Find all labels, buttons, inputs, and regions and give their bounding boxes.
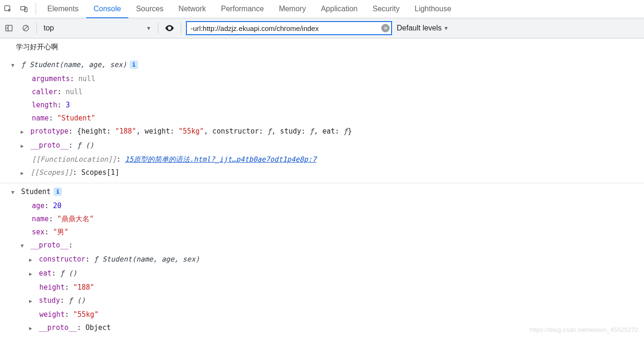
tab-console[interactable]: Console	[86, 0, 129, 18]
expand-arrow-icon[interactable]	[11, 186, 17, 199]
function-signature: Student(name, age, sex)	[30, 60, 127, 69]
prop-value: "男"	[53, 228, 68, 236]
console-toolbar: top ▼ ✕ Default levels ▼	[0, 18, 644, 38]
object-property[interactable]: age: 20	[0, 199, 644, 212]
object-property[interactable]: [[FunctionLocation]]: 15原型的简单的语法.html?_i…	[0, 153, 644, 166]
object-property[interactable]: constructor: ƒ Student(name, age, sex)	[0, 253, 644, 267]
svg-point-5	[169, 27, 170, 29]
object-header[interactable]: ƒ Student(name, age, sex)i	[0, 58, 644, 72]
prop-key: constructor	[39, 255, 85, 263]
object-property[interactable]: sex: "男"	[0, 225, 644, 239]
tab-security[interactable]: Security	[365, 0, 407, 18]
separator	[37, 22, 37, 34]
function-signature: ()	[85, 141, 94, 150]
device-toolbar-icon[interactable]	[16, 0, 32, 18]
object-property[interactable]: [[Scopes]]: Scopes[1]	[0, 166, 644, 180]
live-expression-icon[interactable]	[163, 22, 176, 35]
prop-key: name	[32, 215, 49, 223]
object-header[interactable]: Studenti	[0, 185, 644, 199]
prop-key: __proto__	[39, 323, 77, 332]
prop-key: prototype	[30, 127, 68, 135]
prop-value: 3	[66, 101, 70, 109]
object-property[interactable]: weight: "55kg"	[0, 308, 644, 321]
console-message: ƒ Student(name, age, sex)i arguments: nu…	[0, 56, 644, 183]
prop-key: arguments	[32, 75, 70, 83]
prop-key: eat	[39, 269, 52, 277]
devtools-tabstrip: Elements Console Sources Network Perform…	[0, 0, 644, 18]
divider	[36, 3, 36, 15]
console-message: 学习好开心啊	[0, 38, 644, 56]
prop-value: null	[66, 88, 82, 96]
prop-value: "188"	[73, 283, 94, 292]
object-property[interactable]: height: "188"	[0, 281, 644, 294]
object-property[interactable]: arguments: null	[0, 72, 644, 85]
object-property[interactable]: __proto__:	[0, 239, 644, 253]
object-property[interactable]: length: 3	[0, 98, 644, 112]
object-property[interactable]: name: "Student"	[0, 112, 644, 125]
function-glyph: ƒ	[21, 60, 30, 69]
prop-key: length	[32, 101, 57, 109]
expand-arrow-icon[interactable]	[21, 167, 26, 180]
prop-key: sex	[32, 228, 44, 236]
function-glyph: ƒ	[68, 296, 77, 305]
prop-value: "Student"	[57, 114, 95, 122]
expand-arrow-icon[interactable]	[29, 322, 35, 335]
sidebar-toggle-icon[interactable]	[3, 22, 15, 34]
object-property[interactable]: __proto__: ƒ ()	[0, 139, 644, 153]
object-property[interactable]: eat: ƒ ()	[0, 267, 644, 281]
context-selector[interactable]: top ▼	[42, 24, 153, 32]
prop-preview: {height:	[77, 127, 115, 135]
expand-arrow-icon[interactable]	[29, 254, 35, 267]
prop-key: [[FunctionLocation]]	[32, 155, 117, 164]
chevron-down-icon: ▼	[146, 25, 151, 31]
object-property[interactable]: study: ƒ ()	[0, 294, 644, 308]
info-icon[interactable]: i	[53, 187, 62, 196]
prop-value: 20	[53, 202, 61, 210]
expand-arrow-icon[interactable]	[21, 240, 26, 253]
log-levels-label: Default levels	[397, 24, 442, 32]
prop-value: null	[78, 75, 95, 83]
prop-value: Object	[85, 323, 111, 332]
source-link[interactable]: 15原型的简单的语法.html?_ijt…p4tb0ae7odt1p4e8p:7	[125, 155, 317, 164]
prop-key: study	[39, 296, 60, 305]
object-property[interactable]: name: "鼎鼎大名"	[0, 212, 644, 225]
object-property[interactable]: caller: null	[0, 85, 644, 98]
tab-elements[interactable]: Elements	[40, 0, 86, 18]
prop-key: age	[32, 202, 44, 210]
separator	[181, 22, 181, 34]
object-class: Student	[21, 187, 51, 196]
tab-performance[interactable]: Performance	[214, 0, 272, 18]
filter-input[interactable]	[186, 21, 392, 35]
expand-arrow-icon[interactable]	[21, 140, 26, 153]
log-levels-selector[interactable]: Default levels ▼	[397, 24, 449, 32]
prop-key: weight	[39, 310, 65, 319]
function-signature: Student(name, age, sex)	[103, 255, 200, 263]
prop-key: name	[32, 114, 49, 122]
filter-box: ✕	[186, 21, 392, 35]
tab-application[interactable]: Application	[313, 0, 365, 18]
clear-filter-icon[interactable]: ✕	[381, 24, 390, 32]
inspect-element-icon[interactable]	[0, 0, 16, 18]
tab-sources[interactable]: Sources	[128, 0, 171, 18]
prop-key: [[Scopes]]	[30, 168, 73, 177]
object-property[interactable]: __proto__: Object	[0, 321, 644, 335]
chevron-down-icon: ▼	[444, 25, 449, 31]
function-signature: ()	[77, 296, 85, 305]
log-text: 学习好开心啊	[0, 40, 644, 53]
separator	[158, 22, 158, 34]
expand-arrow-icon[interactable]	[29, 295, 35, 308]
function-glyph: ƒ	[77, 141, 85, 150]
expand-arrow-icon[interactable]	[29, 268, 35, 281]
tab-lighthouse[interactable]: Lighthouse	[407, 0, 459, 18]
tab-network[interactable]: Network	[171, 0, 214, 18]
console-message: Studenti age: 20 name: "鼎鼎大名" sex: "男" _…	[0, 183, 644, 337]
object-property[interactable]: prototype: {height: "188", weight: "55kg…	[0, 125, 644, 139]
info-icon[interactable]: i	[130, 60, 138, 69]
prop-key: __proto__	[30, 141, 68, 150]
tabs: Elements Console Sources Network Perform…	[40, 0, 459, 18]
clear-console-icon[interactable]	[20, 22, 32, 34]
function-glyph: ƒ	[60, 269, 68, 277]
expand-arrow-icon[interactable]	[21, 126, 26, 139]
tab-memory[interactable]: Memory	[271, 0, 313, 18]
expand-arrow-icon[interactable]	[11, 59, 17, 72]
